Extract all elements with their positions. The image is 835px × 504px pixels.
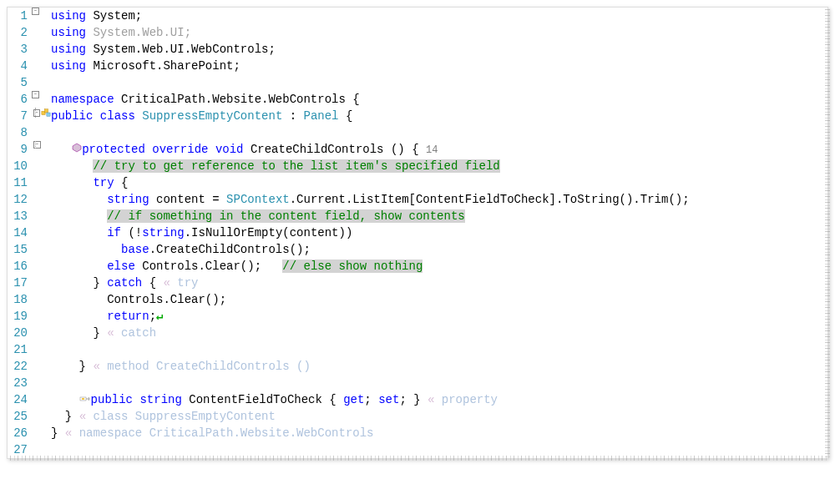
torn-edge-decoration — [8, 456, 827, 461]
line-number: 24 — [8, 391, 31, 408]
code-text: } « namespace CriticalPath.Website.WebCo… — [51, 425, 827, 441]
line-number: 7 — [8, 108, 31, 124]
complexity-hint: 14 — [426, 144, 438, 156]
code-line[interactable]: 9 - protected override void CreateChildC… — [8, 141, 827, 158]
code-text: protected override void CreateChildContr… — [51, 141, 827, 159]
code-line[interactable]: 14 if (!string.IsNullOrEmpty(content)) — [8, 224, 827, 241]
code-line[interactable]: 23 — [8, 375, 827, 391]
torn-edge-decoration — [825, 8, 830, 458]
line-number: 22 — [8, 358, 31, 375]
line-number: 12 — [8, 191, 31, 208]
fold-toggle-icon[interactable]: - — [32, 91, 39, 98]
code-line[interactable]: 21 — [8, 341, 827, 358]
code-text: using System.Web.UI; — [51, 24, 827, 41]
line-number: 26 — [8, 425, 31, 441]
code-line[interactable]: 17 } catch { « try — [8, 275, 827, 291]
return-arrow-icon: ↵ — [156, 310, 163, 323]
code-text: using System; — [51, 8, 827, 24]
line-number: 6 — [8, 91, 31, 108]
code-line[interactable]: 2 using System.Web.UI; — [8, 24, 827, 41]
line-number: 23 — [8, 375, 31, 391]
code-text: string content = SPContext.Current.ListI… — [51, 191, 827, 208]
code-text: // try to get reference to the list item… — [51, 158, 827, 174]
code-text: return;↵ — [51, 308, 827, 325]
code-text: if (!string.IsNullOrEmpty(content)) — [51, 224, 827, 241]
gutter: - — [31, 141, 51, 149]
code-text: Controls.Clear(); — [51, 291, 827, 308]
code-text: namespace CriticalPath.Website.WebContro… — [51, 91, 827, 108]
code-line[interactable]: 11 try { — [8, 174, 827, 191]
svg-rect-1 — [44, 109, 48, 113]
code-text: } catch { « try — [51, 275, 827, 291]
code-text: else Controls.Clear(); // else show noth… — [51, 258, 827, 275]
code-line[interactable]: 5 — [8, 74, 827, 91]
gutter: - — [31, 8, 51, 15]
line-number: 9 — [8, 141, 31, 158]
code-line[interactable]: 13 // if something in the content field,… — [8, 208, 827, 224]
code-text: base.CreateChildControls(); — [51, 241, 827, 258]
code-text: using Microsoft.SharePoint; — [51, 58, 827, 74]
code-line[interactable]: 22 } « method CreateChildControls () — [8, 358, 827, 375]
line-number: 16 — [8, 258, 31, 275]
line-number: 18 — [8, 291, 31, 308]
line-number: 13 — [8, 208, 31, 224]
line-number: 20 — [8, 325, 31, 341]
code-text: public string ContentFieldToCheck { get;… — [51, 391, 827, 408]
code-line[interactable]: 1 - using System; — [8, 8, 827, 24]
line-number: 14 — [8, 224, 31, 241]
line-number: 1 — [8, 8, 31, 24]
code-line[interactable]: 3 using System.Web.UI.WebControls; — [8, 41, 827, 58]
svg-rect-5 — [82, 398, 84, 400]
line-number: 19 — [8, 308, 31, 325]
svg-rect-2 — [47, 113, 50, 116]
code-line[interactable]: 8 — [8, 124, 827, 141]
code-text: // if something in the content field, sh… — [51, 208, 827, 224]
line-number: 17 — [8, 275, 31, 291]
line-number: 4 — [8, 58, 31, 74]
code-text: try { — [51, 174, 827, 191]
code-line[interactable]: 20 } « catch — [8, 325, 827, 341]
method-icon — [72, 143, 82, 153]
code-line[interactable]: 10 // try to get reference to the list i… — [8, 158, 827, 174]
code-line[interactable]: 19 return;↵ — [8, 308, 827, 325]
code-text: } « class SuppressEmptyContent — [51, 408, 827, 425]
code-editor[interactable]: 1 - using System; 2 using System.Web.UI;… — [7, 7, 828, 459]
line-number: 8 — [8, 124, 31, 141]
line-number: 5 — [8, 74, 31, 91]
code-line[interactable]: 7 - public class SuppressEmptyContent : … — [8, 108, 827, 124]
property-icon — [79, 395, 91, 403]
line-number: 3 — [8, 41, 31, 58]
code-line[interactable]: 4 using Microsoft.SharePoint; — [8, 58, 827, 74]
line-number: 2 — [8, 24, 31, 41]
line-number: 11 — [8, 174, 31, 191]
code-line[interactable]: 16 else Controls.Clear(); // else show n… — [8, 258, 827, 275]
fold-toggle-icon[interactable]: - — [32, 8, 39, 15]
line-number: 25 — [8, 408, 31, 425]
code-line[interactable]: 6 - namespace CriticalPath.Website.WebCo… — [8, 91, 827, 108]
line-number: 15 — [8, 241, 31, 258]
code-text: using System.Web.UI.WebControls; — [51, 41, 827, 58]
svg-marker-3 — [73, 144, 81, 152]
line-number: 21 — [8, 341, 31, 358]
class-icon — [41, 108, 51, 118]
gutter: - — [31, 108, 51, 118]
code-line[interactable]: 15 base.CreateChildControls(); — [8, 241, 827, 258]
code-line[interactable]: 25 } « class SuppressEmptyContent — [8, 408, 827, 425]
code-text: } « catch — [51, 325, 827, 341]
code-line[interactable]: 24 public string ContentFieldToCheck { g… — [8, 391, 827, 408]
code-line[interactable]: 26 } « namespace CriticalPath.Website.We… — [8, 425, 827, 441]
code-text: } « method CreateChildControls () — [51, 358, 827, 375]
code-text: public class SuppressEmptyContent : Pane… — [51, 108, 827, 124]
gutter: - — [31, 91, 51, 98]
code-line[interactable]: 12 string content = SPContext.Current.Li… — [8, 191, 827, 208]
code-line[interactable]: 18 Controls.Clear(); — [8, 291, 827, 308]
line-number: 10 — [8, 158, 31, 174]
